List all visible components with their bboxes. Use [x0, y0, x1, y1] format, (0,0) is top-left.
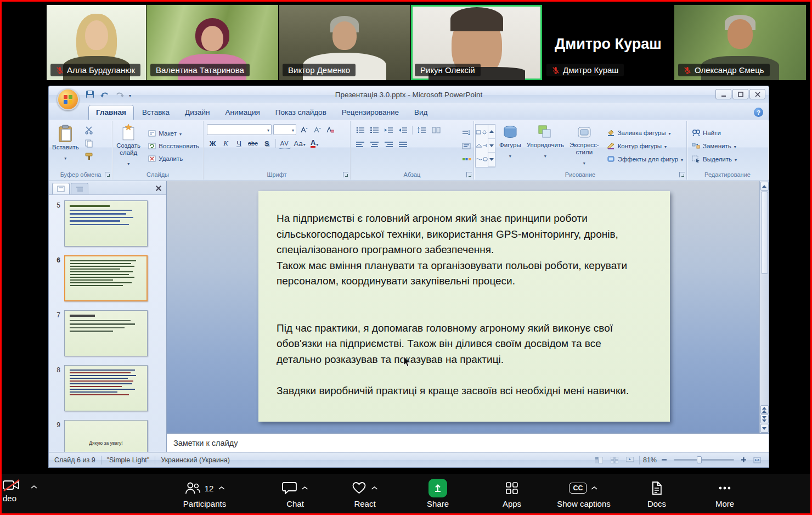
- video-tile-camera-off[interactable]: Дмитро Кураш Дмитро Кураш: [543, 5, 674, 80]
- shape-effects-button[interactable]: Эффекты для фигур: [604, 153, 686, 165]
- zoom-in-icon[interactable]: [740, 456, 748, 464]
- undo-icon[interactable]: [99, 89, 110, 99]
- scroll-down-icon[interactable]: [760, 424, 769, 433]
- format-painter-icon[interactable]: [83, 150, 95, 162]
- react-button[interactable]: React: [352, 479, 379, 508]
- tab-slideshow[interactable]: Показ слайдов: [268, 105, 334, 120]
- cut-icon[interactable]: [83, 124, 95, 136]
- chat-button[interactable]: Chat: [282, 479, 309, 508]
- fit-to-window-icon[interactable]: [751, 455, 763, 465]
- theme-name[interactable]: "Simple Light": [107, 456, 150, 464]
- maximize-button[interactable]: [732, 89, 748, 99]
- normal-view-icon[interactable]: [593, 455, 605, 465]
- tab-design[interactable]: Дизайн: [178, 105, 217, 120]
- minimize-button[interactable]: [715, 89, 731, 99]
- text-direction-button[interactable]: [460, 127, 472, 138]
- align-text-button[interactable]: [460, 140, 472, 152]
- slides-tab[interactable]: [52, 183, 70, 194]
- clear-formatting-button[interactable]: [324, 124, 336, 135]
- qat-dropdown-icon[interactable]: [129, 89, 131, 99]
- share-button[interactable]: Share: [427, 479, 449, 508]
- shapes-gallery-scroll[interactable]: [488, 125, 495, 167]
- font-dialog-launcher-icon[interactable]: [343, 172, 348, 177]
- zoom-slider-thumb[interactable]: [697, 456, 702, 463]
- video-tile[interactable]: Алла Бурдуланюк: [47, 5, 146, 80]
- bold-button[interactable]: Ж: [207, 138, 218, 149]
- chat-chevron-icon[interactable]: [301, 486, 309, 490]
- find-button[interactable]: Найти: [689, 127, 740, 139]
- numbering-button[interactable]: [368, 124, 381, 136]
- font-name-combo[interactable]: [207, 124, 272, 135]
- help-icon[interactable]: [754, 108, 763, 117]
- docs-button[interactable]: Docs: [647, 479, 666, 508]
- replace-button[interactable]: Заменить: [689, 140, 740, 152]
- line-spacing-button[interactable]: [415, 124, 428, 136]
- redo-icon[interactable]: [114, 89, 125, 99]
- slide-7-thumbnail[interactable]: [64, 310, 148, 356]
- gallery-up-icon[interactable]: [488, 125, 495, 139]
- vertical-scrollbar[interactable]: [759, 181, 769, 433]
- slideshow-view-icon[interactable]: [624, 455, 636, 465]
- more-button[interactable]: More: [715, 479, 734, 508]
- quick-styles-button[interactable]: Экспресс-стили: [567, 122, 602, 170]
- slide-8-thumbnail[interactable]: [64, 365, 148, 411]
- scroll-up-icon[interactable]: [760, 182, 769, 191]
- text-shadow-button[interactable]: S: [261, 138, 273, 149]
- bullets-button[interactable]: [354, 124, 366, 136]
- video-button[interactable]: deo: [3, 479, 20, 503]
- slide-area[interactable]: На підприємстві є головний агроном який …: [167, 181, 769, 433]
- react-chevron-icon[interactable]: [371, 486, 379, 490]
- captions-chevron-icon[interactable]: [591, 486, 599, 490]
- grow-font-button[interactable]: [298, 124, 309, 135]
- participants-chevron-icon[interactable]: [217, 486, 225, 490]
- increase-indent-button[interactable]: [397, 124, 409, 136]
- font-size-combo[interactable]: [273, 124, 296, 135]
- change-case-button[interactable]: Аа: [292, 138, 307, 149]
- arrange-button[interactable]: Упорядочить: [524, 122, 567, 170]
- zoom-out-icon[interactable]: [660, 456, 668, 464]
- align-left-button[interactable]: [354, 138, 366, 150]
- clipboard-dialog-launcher-icon[interactable]: [105, 172, 110, 177]
- align-right-button[interactable]: [382, 138, 395, 150]
- title-bar[interactable]: Презентація 3.0.pptx - Microsoft PowerPo…: [48, 86, 769, 103]
- layout-button[interactable]: Макет: [145, 127, 202, 139]
- reset-slide-button[interactable]: Восстановить: [145, 140, 202, 152]
- drawing-dialog-launcher-icon[interactable]: [679, 172, 685, 177]
- gallery-down-icon[interactable]: [488, 139, 495, 153]
- video-tile[interactable]: Валентина Татаринова: [146, 5, 278, 80]
- convert-to-smartart-button[interactable]: [460, 153, 472, 165]
- notes-pane[interactable]: Заметки к слайду: [167, 433, 769, 452]
- tab-view[interactable]: Вид: [407, 105, 435, 120]
- paste-button[interactable]: Вставить: [49, 122, 82, 170]
- video-tile[interactable]: Виктор Деменко: [279, 5, 410, 80]
- copy-icon[interactable]: [83, 137, 95, 149]
- italic-button[interactable]: К: [220, 138, 232, 149]
- slide-canvas[interactable]: На підприємстві є головний агроном який …: [258, 191, 670, 422]
- close-button[interactable]: [749, 89, 765, 99]
- language-indicator[interactable]: Украинский (Украина): [161, 456, 230, 464]
- tab-home[interactable]: Главная: [88, 105, 134, 120]
- columns-button[interactable]: [430, 124, 442, 136]
- slide-6-thumbnail-selected[interactable]: [64, 255, 148, 301]
- slide-9-thumbnail[interactable]: Дякую за увагу!: [64, 420, 148, 452]
- character-spacing-button[interactable]: AV: [279, 138, 291, 149]
- save-icon[interactable]: [84, 89, 95, 99]
- slide-sorter-view-icon[interactable]: [608, 455, 621, 465]
- shapes-button[interactable]: Фигуры: [497, 122, 524, 170]
- decrease-indent-button[interactable]: [382, 124, 395, 136]
- underline-button[interactable]: Ч: [233, 138, 245, 149]
- strikethrough-button[interactable]: abc: [246, 138, 260, 149]
- previous-slide-button[interactable]: [760, 405, 769, 414]
- video-tile-active-speaker[interactable]: Рикун Олексій: [411, 5, 542, 80]
- participants-button[interactable]: 12 Participants: [183, 479, 226, 508]
- justify-button[interactable]: [397, 138, 409, 150]
- next-slide-button[interactable]: [760, 415, 769, 423]
- close-pane-icon[interactable]: [155, 184, 162, 192]
- tab-animation[interactable]: Анимация: [218, 105, 267, 120]
- slide-5-thumbnail[interactable]: [64, 200, 148, 247]
- shape-outline-button[interactable]: Контур фигуры: [604, 140, 686, 152]
- paragraph-dialog-launcher-icon[interactable]: [466, 172, 472, 177]
- select-button[interactable]: Выделить: [689, 153, 740, 165]
- outline-tab[interactable]: [71, 183, 88, 194]
- video-tile[interactable]: Олександр Ємець: [674, 5, 806, 80]
